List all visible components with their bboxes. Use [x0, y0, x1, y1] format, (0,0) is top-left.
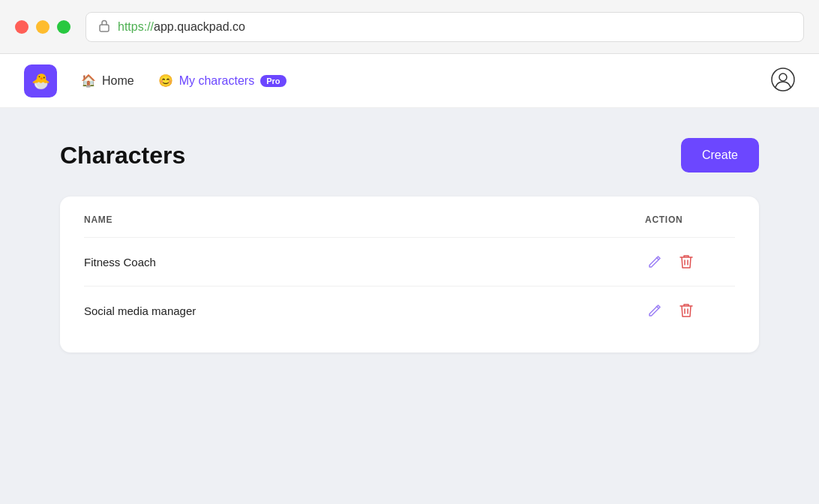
nav-link-home[interactable]: 🏠 Home — [81, 74, 134, 88]
traffic-light-yellow[interactable] — [36, 20, 50, 34]
column-header-action: ACTION — [645, 214, 735, 225]
svg-rect-0 — [100, 25, 109, 32]
row-actions — [645, 300, 735, 321]
pro-badge: Pro — [260, 75, 286, 87]
delete-icon — [680, 254, 693, 269]
logo-emoji: 🐣 — [32, 72, 50, 90]
main-content: Characters Create NAME ACTION Fitness Co… — [0, 108, 819, 504]
table-row: Social media manager — [84, 286, 735, 334]
lock-icon — [98, 19, 110, 35]
table-header: NAME ACTION — [84, 214, 735, 237]
url-https-part: https:// — [118, 20, 154, 33]
nav-user[interactable] — [771, 68, 795, 94]
delete-button[interactable] — [676, 300, 696, 321]
nav-link-my-characters[interactable]: 😊 My characters Pro — [158, 74, 286, 88]
traffic-light-red[interactable] — [15, 20, 28, 34]
row-actions — [645, 251, 735, 272]
logo[interactable]: 🐣 — [24, 64, 57, 98]
traffic-lights — [15, 20, 70, 34]
character-name: Fitness Coach — [84, 256, 645, 268]
nav-home-label: Home — [102, 74, 134, 88]
delete-button[interactable] — [676, 251, 696, 272]
delete-icon — [680, 303, 693, 318]
column-header-name: NAME — [84, 214, 645, 225]
characters-icon: 😊 — [158, 74, 173, 88]
edit-button[interactable] — [645, 301, 664, 320]
navbar: 🐣 🏠 Home 😊 My characters Pro — [0, 54, 819, 108]
edit-icon — [648, 304, 662, 317]
address-bar[interactable]: https://app.quackpad.co — [86, 12, 804, 42]
page-title: Characters — [60, 142, 185, 170]
url-body-part: app.quackpad.co — [154, 20, 245, 33]
page-header: Characters Create — [60, 138, 759, 172]
app-wrapper: 🐣 🏠 Home 😊 My characters Pro Characters — [0, 54, 819, 504]
nav-characters-label: My characters — [179, 74, 254, 88]
browser-chrome: https://app.quackpad.co — [0, 0, 819, 54]
edit-icon — [648, 255, 662, 268]
nav-links: 🏠 Home 😊 My characters Pro — [81, 74, 771, 88]
characters-table-card: NAME ACTION Fitness Coach — [60, 196, 759, 352]
url-display: https://app.quackpad.co — [118, 20, 245, 34]
character-name: Social media manager — [84, 304, 645, 317]
user-avatar-icon — [771, 68, 795, 92]
table-row: Fitness Coach — [84, 237, 735, 286]
traffic-light-green[interactable] — [57, 20, 70, 34]
create-button[interactable]: Create — [681, 138, 759, 172]
home-icon: 🏠 — [81, 74, 96, 88]
edit-button[interactable] — [645, 252, 664, 272]
svg-point-2 — [779, 74, 787, 81]
